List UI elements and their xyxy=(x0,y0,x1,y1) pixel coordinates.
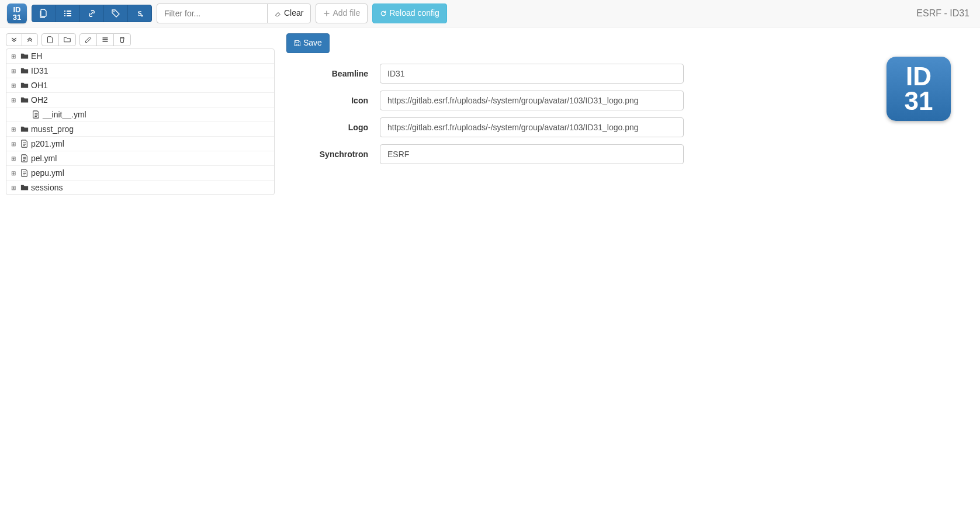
svg-rect-5 xyxy=(67,15,71,16)
form-label-icon: Icon xyxy=(286,96,380,105)
new-folder-button[interactable] xyxy=(58,33,76,46)
nav-link-button[interactable] xyxy=(79,5,104,22)
delete-button[interactable] xyxy=(113,33,131,46)
logo-input[interactable] xyxy=(380,117,684,137)
tree-node-musst-prog[interactable]: ⊞musst_prog xyxy=(6,122,274,137)
form-row-beamline: Beamline xyxy=(286,64,869,84)
file-icon xyxy=(20,140,29,148)
menu-button[interactable] xyxy=(96,33,114,46)
expand-icon[interactable]: ⊞ xyxy=(11,97,18,103)
tree-node-oh1[interactable]: ⊞OH1 xyxy=(6,78,274,93)
page-title: ESRF - ID31 xyxy=(916,8,973,19)
tree-node--init-yml[interactable]: __init__.yml xyxy=(6,107,274,122)
save-button[interactable]: Save xyxy=(286,33,330,53)
main: ⊞EH⊞ID31⊞OH1⊞OH2__init__.yml⊞musst_prog⊞… xyxy=(0,27,980,201)
navbar: ID 31 S Clear Add file Reload config xyxy=(0,0,980,27)
tree-node-label: pel.yml xyxy=(31,154,57,163)
expand-icon[interactable]: ⊞ xyxy=(11,82,18,89)
files-icon xyxy=(39,9,49,18)
add-file-button[interactable]: Add file xyxy=(316,4,368,23)
expand-icon[interactable]: ⊞ xyxy=(11,170,18,176)
nav-files-button[interactable] xyxy=(32,5,56,22)
tree-node-label: OH1 xyxy=(31,81,48,90)
reload-config-button[interactable]: Reload config xyxy=(372,4,447,23)
new-file-button[interactable] xyxy=(41,33,59,46)
expand-icon[interactable]: ⊞ xyxy=(11,68,18,74)
file-icon xyxy=(32,110,40,119)
folder-icon xyxy=(20,52,29,60)
logo-bottom: 31 xyxy=(13,13,21,21)
chevron-double-down-icon xyxy=(11,37,17,43)
form-row-logo: Logo xyxy=(286,117,869,137)
add-file-label: Add file xyxy=(333,8,360,19)
chevron-double-up-icon xyxy=(27,37,33,43)
eraser-icon xyxy=(275,10,282,17)
tree-node-sessions[interactable]: ⊞sessions xyxy=(6,181,274,195)
clear-button[interactable]: Clear xyxy=(267,4,311,23)
folder-icon xyxy=(20,67,29,75)
filter-group: Clear xyxy=(157,4,311,23)
tree-node-id31[interactable]: ⊞ID31 xyxy=(6,64,274,78)
tree-node-oh2[interactable]: ⊞OH2 xyxy=(6,93,274,107)
plus-icon xyxy=(323,10,330,17)
synchrotron-input[interactable] xyxy=(380,144,684,164)
form-area: Save BeamlineIconLogoSynchrotron xyxy=(286,33,869,171)
folder-icon xyxy=(64,36,71,43)
svg-point-8 xyxy=(141,15,143,17)
svg-rect-0 xyxy=(64,11,65,12)
nav-sessions-button[interactable]: S xyxy=(127,5,152,22)
pencil-icon xyxy=(85,36,92,43)
refresh-icon xyxy=(380,10,387,17)
svg-rect-10 xyxy=(103,39,108,40)
tree-node-label: __init__.yml xyxy=(43,110,86,119)
expand-icon[interactable]: ⊞ xyxy=(11,141,18,147)
svg-point-6 xyxy=(113,11,115,12)
nav-tag-button[interactable] xyxy=(103,5,128,22)
save-icon xyxy=(294,40,301,47)
tree-node-p201-yml[interactable]: ⊞p201.yml xyxy=(6,137,274,151)
icon-input[interactable] xyxy=(380,91,684,110)
expand-icon[interactable]: ⊞ xyxy=(11,155,18,162)
nav-list-button[interactable] xyxy=(56,5,80,22)
tree-node-label: ID31 xyxy=(31,66,49,75)
svg-text:S: S xyxy=(137,9,141,18)
logo-preview-badge: ID 31 xyxy=(886,57,951,121)
file-icon xyxy=(47,36,54,43)
reload-label: Reload config xyxy=(389,8,439,19)
expand-icon[interactable]: ⊞ xyxy=(11,185,18,191)
svg-rect-3 xyxy=(67,13,71,14)
form-header: Save xyxy=(286,33,869,53)
svg-rect-4 xyxy=(64,15,65,16)
preview-bottom: 31 xyxy=(905,89,933,113)
form-row-icon: Icon xyxy=(286,91,869,110)
expand-icon[interactable]: ⊞ xyxy=(11,126,18,133)
save-label: Save xyxy=(303,37,322,49)
form-row-synchrotron: Synchrotron xyxy=(286,144,869,164)
file-icon xyxy=(20,169,29,177)
tree-node-label: OH2 xyxy=(31,95,48,105)
tree-node-label: EH xyxy=(31,51,42,61)
tree-node-eh[interactable]: ⊞EH xyxy=(6,49,274,64)
folder-icon xyxy=(20,96,29,104)
tree-node-pel-yml[interactable]: ⊞pel.yml xyxy=(6,151,274,166)
s-icon: S xyxy=(135,9,144,18)
edit-button[interactable] xyxy=(79,33,97,46)
folder-icon xyxy=(20,81,29,89)
svg-rect-2 xyxy=(64,13,65,14)
list-icon xyxy=(63,9,72,18)
nav-view-toggle: S xyxy=(32,5,152,22)
filter-input[interactable] xyxy=(157,4,268,23)
tree-node-pepu-yml[interactable]: ⊞pepu.yml xyxy=(6,166,274,181)
form-label-logo: Logo xyxy=(286,123,380,132)
content: Save BeamlineIconLogoSynchrotron ID 31 xyxy=(286,33,974,171)
tag-icon xyxy=(111,9,120,18)
expand-icon[interactable]: ⊞ xyxy=(11,53,18,60)
tree-node-label: p201.yml xyxy=(31,139,64,148)
svg-rect-1 xyxy=(67,11,71,12)
expand-all-button[interactable] xyxy=(6,33,22,46)
bars-icon xyxy=(102,36,109,43)
collapse-all-button[interactable] xyxy=(22,33,38,46)
beamline-input[interactable] xyxy=(380,64,684,84)
tree-node-label: musst_prog xyxy=(31,124,74,134)
sidebar: ⊞EH⊞ID31⊞OH1⊞OH2__init__.yml⊞musst_prog⊞… xyxy=(6,33,275,195)
